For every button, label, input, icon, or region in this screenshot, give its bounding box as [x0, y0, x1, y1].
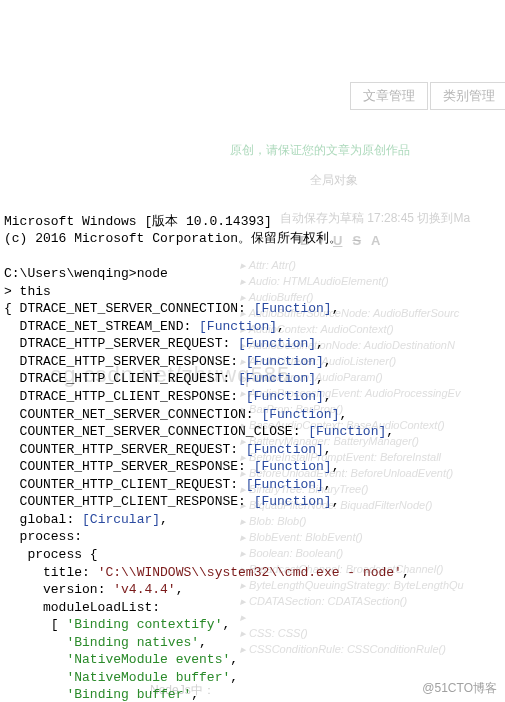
- prompt-line: C:\Users\wenqing>node: [4, 266, 168, 281]
- process-key-line: process:: [20, 529, 82, 544]
- header-line-2: (c) 2016 Microsoft Corporation。保留所有权利。: [4, 231, 342, 246]
- terminal-output: Microsoft Windows [版本 10.0.14393] (c) 20…: [0, 193, 505, 702]
- modlist-key-line: moduleLoadList:: [43, 600, 160, 615]
- module-load-list: [ 'Binding contextify', 'Binding natives…: [4, 617, 339, 702]
- version-line: version: 'v4.4.4',: [43, 582, 183, 597]
- ghost-btn-category-mgmt: 类别管理: [430, 82, 505, 110]
- ghost-btn-article-mgmt: 文章管理: [350, 82, 428, 110]
- process-open: process {: [27, 547, 97, 562]
- header-line-1: Microsoft Windows [版本 10.0.14393]: [4, 214, 272, 229]
- dtrace-block: { DTRACE_NET_SERVER_CONNECTION: [Functio…: [4, 301, 394, 509]
- global-line: global: [Circular],: [20, 512, 168, 527]
- title-line: title: 'C:\\WINDOWS\\system32\\cmd.exe -…: [43, 565, 410, 580]
- ghost-original-notice: 原创，请保证您的文章为原创作品: [230, 142, 410, 158]
- ghost-target: 全局对象: [310, 172, 358, 188]
- repl-input: > this: [4, 284, 51, 299]
